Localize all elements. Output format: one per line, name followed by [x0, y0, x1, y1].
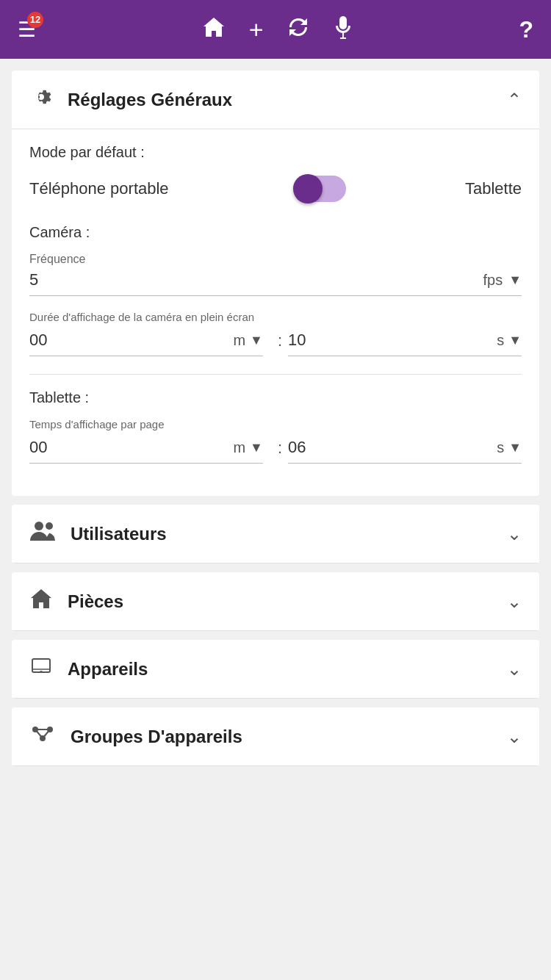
- toggle-thumb: [293, 174, 323, 203]
- pieces-chevron: ⌄: [507, 591, 522, 612]
- page-time-label: Temps d'affichage par page: [29, 418, 522, 430]
- toggle-right-label: Tablette: [465, 179, 522, 198]
- svg-line-12: [43, 729, 50, 738]
- duration-separator: :: [278, 331, 282, 356]
- general-settings-body: Mode par défaut : Téléphone portable Tab…: [12, 129, 539, 496]
- groupes-title: Groupes D'appareils: [71, 727, 507, 747]
- main-content: Réglages Généraux ⌃ Mode par défaut : Té…: [0, 59, 551, 778]
- pieces-section: Pièces ⌄: [12, 572, 539, 631]
- general-settings-chevron: ⌃: [507, 90, 522, 110]
- duration-min-chevron: ▼: [250, 333, 263, 348]
- topbar: ☰ 12 + ?: [0, 0, 551, 59]
- frequency-label: Fréquence: [29, 253, 522, 266]
- toggle-left-label: Téléphone portable: [29, 179, 176, 200]
- groups-icon: [29, 722, 56, 751]
- svg-point-4: [46, 522, 53, 530]
- help-icon[interactable]: ?: [519, 16, 533, 43]
- appareils-chevron: ⌄: [507, 659, 522, 680]
- add-icon[interactable]: +: [249, 15, 264, 44]
- page-min-unit: m: [233, 439, 245, 456]
- mic-icon[interactable]: [333, 15, 353, 44]
- svg-point-6: [40, 671, 43, 673]
- general-settings-title: Réglages Généraux: [68, 90, 507, 110]
- svg-rect-5: [32, 659, 50, 672]
- mode-toggle-row: Téléphone portable Tablette: [29, 176, 522, 202]
- page-sec-field[interactable]: 06 s ▼: [288, 438, 522, 464]
- frequency-chevron: ▼: [508, 273, 522, 288]
- duration-row: 00 m ▼ : 10 s ▼: [29, 331, 522, 356]
- utilisateurs-header[interactable]: Utilisateurs ⌄: [12, 505, 539, 563]
- general-settings-section: Réglages Généraux ⌃ Mode par défaut : Té…: [12, 71, 539, 496]
- tablet-label: Tablette :: [29, 389, 522, 406]
- utilisateurs-title: Utilisateurs: [71, 524, 507, 544]
- frequency-row[interactable]: 5 fps ▼: [29, 270, 522, 296]
- pieces-header[interactable]: Pièces ⌄: [12, 572, 539, 631]
- duration-sec-value: 10: [288, 331, 497, 350]
- frequency-value: 5: [29, 270, 483, 289]
- duration-min-value: 00: [29, 331, 233, 350]
- toggle-switch-container: [176, 176, 465, 202]
- groupes-header[interactable]: Groupes D'appareils ⌄: [12, 707, 539, 766]
- mode-label: Mode par défaut :: [29, 144, 522, 161]
- toggle-track: [295, 176, 346, 202]
- refresh-icon[interactable]: [287, 16, 309, 43]
- page-separator: :: [278, 439, 282, 464]
- page-min-value: 00: [29, 438, 233, 457]
- page-sec-value: 06: [288, 438, 497, 457]
- page-min-chevron: ▼: [250, 440, 263, 455]
- appareils-section: Appareils ⌄: [12, 640, 539, 699]
- appareils-header[interactable]: Appareils ⌄: [12, 640, 539, 699]
- utilisateurs-chevron: ⌄: [507, 524, 522, 544]
- home-pieces-icon: [29, 587, 53, 616]
- menu-button[interactable]: ☰ 12: [18, 18, 36, 42]
- duration-label: Durée d'affichage de la caméra en plein …: [29, 311, 522, 323]
- mode-toggle[interactable]: [295, 176, 346, 202]
- svg-line-11: [35, 729, 43, 738]
- page-sec-unit: s: [497, 439, 504, 456]
- topbar-left: ☰ 12: [18, 18, 36, 42]
- duration-sec-unit: s: [497, 332, 504, 349]
- svg-rect-0: [339, 16, 347, 29]
- groupes-section: Groupes D'appareils ⌄: [12, 707, 539, 766]
- gear-icon: [29, 85, 53, 114]
- notification-badge: 12: [27, 12, 43, 28]
- page-min-field[interactable]: 00 m ▼: [29, 438, 263, 464]
- camera-label: Caméra :: [29, 224, 522, 241]
- general-settings-header[interactable]: Réglages Généraux ⌃: [12, 71, 539, 129]
- topbar-right: ?: [519, 16, 533, 43]
- home-icon[interactable]: [202, 15, 226, 44]
- duration-seconds-field[interactable]: 10 s ▼: [288, 331, 522, 356]
- page-sec-chevron: ▼: [508, 440, 522, 455]
- page-time-row: 00 m ▼ : 06 s ▼: [29, 438, 522, 464]
- duration-minutes-field[interactable]: 00 m ▼: [29, 331, 263, 356]
- frequency-unit: fps: [483, 272, 503, 289]
- users-icon: [29, 519, 56, 548]
- device-icon: [29, 655, 53, 683]
- duration-min-unit: m: [233, 332, 245, 349]
- groupes-chevron: ⌄: [507, 727, 522, 747]
- duration-sec-chevron: ▼: [508, 333, 522, 348]
- topbar-center: +: [202, 15, 353, 44]
- divider-camera-tablet: [29, 374, 522, 375]
- appareils-title: Appareils: [68, 659, 507, 680]
- svg-point-3: [35, 522, 43, 530]
- utilisateurs-section: Utilisateurs ⌄: [12, 505, 539, 563]
- pieces-title: Pièces: [68, 591, 507, 612]
